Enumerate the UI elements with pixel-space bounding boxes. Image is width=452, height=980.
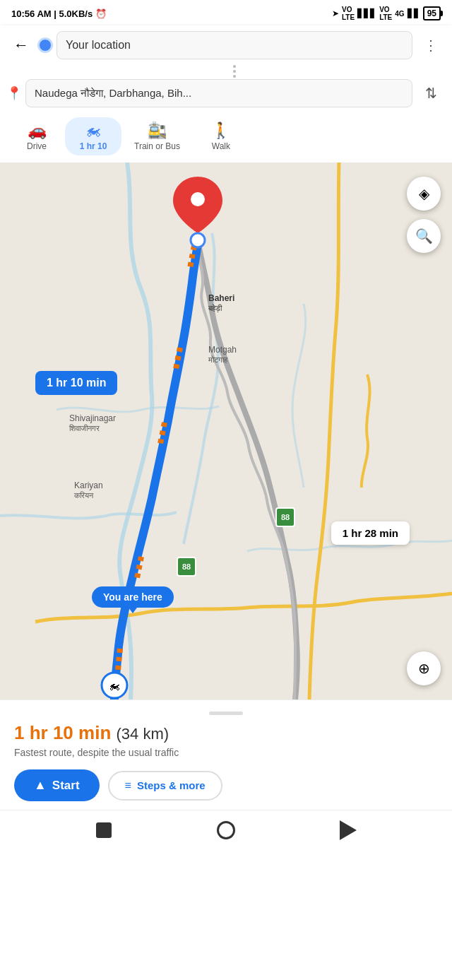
you-are-here-label: You are here: [92, 586, 174, 608]
action-buttons: ▲ Start ≡ Steps & more: [14, 769, 438, 801]
tab-transit[interactable]: 🚉 Train or Bus: [121, 117, 193, 155]
tab-walk[interactable]: 🚶 Walk: [193, 117, 249, 155]
swap-icon: ⇅: [425, 85, 437, 102]
drive-icon: 🚗: [28, 122, 47, 140]
vertical-dots-icon: ⋮: [424, 37, 439, 54]
back-arrow-icon: ←: [13, 36, 29, 54]
origin-row: ← ⋮: [8, 31, 444, 59]
battery-level: 95: [427, 8, 436, 18]
start-button[interactable]: ▲ Start: [14, 769, 100, 801]
map-svg: 🏍: [0, 163, 452, 699]
navigation-icon: ▲: [34, 778, 47, 793]
bottom-nav-bar: [0, 810, 452, 849]
bottom-panel: 1 hr 10 min (34 km) Fastest route, despi…: [0, 699, 452, 810]
steps-icon: ≡: [125, 779, 131, 792]
swap-directions-button[interactable]: ⇅: [418, 81, 444, 106]
network-speed-value: 5.0KB/s: [59, 8, 93, 19]
primary-route-time[interactable]: 1 hr 10 min: [35, 371, 117, 395]
back-button[interactable]: ←: [8, 33, 34, 58]
drag-handle[interactable]: [209, 712, 243, 715]
battery-indicator: 95: [423, 6, 441, 20]
transit-icon: 🚉: [148, 122, 167, 140]
road-sign-88-2: 88: [177, 557, 196, 577]
destination-input[interactable]: [25, 79, 412, 107]
tab-walk-label: Walk: [212, 141, 230, 151]
tab-motorcycle[interactable]: 🏍 1 hr 10: [65, 117, 121, 155]
status-bar: 10:56 AM | 5.0KB/s ⏰ ➤ VOLTE ▋▋▋ VOLTE 4…: [0, 0, 452, 25]
destination-row: 📍 ⇅: [8, 79, 444, 107]
triangle-back-icon: [340, 820, 357, 840]
tab-drive-label: Drive: [27, 141, 47, 151]
layers-icon: ◈: [419, 185, 429, 202]
svg-text:🏍: 🏍: [109, 680, 120, 692]
route-duration: 1 hr 10 min: [14, 722, 111, 743]
transport-tabs: 🚗 Drive 🏍 1 hr 10 🚉 Train or Bus 🚶 Walk: [8, 113, 444, 163]
svg-point-2: [191, 192, 205, 206]
signal-vo-icon: VOLTE: [342, 6, 355, 21]
motorcycle-icon: 🏍: [85, 122, 101, 140]
map-layers-button[interactable]: ◈: [407, 177, 441, 211]
nav-home-button[interactable]: [215, 819, 237, 842]
status-icons: ➤ VOLTE ▋▋▋ VOLTE 4G ▋▋ 95: [332, 6, 441, 21]
tab-transit-label: Train or Bus: [134, 141, 180, 151]
route-description: Fastest route, despite the usual traffic: [14, 747, 438, 758]
origin-input[interactable]: [56, 31, 412, 59]
start-label: Start: [52, 779, 80, 793]
route-connector: [8, 65, 444, 78]
my-location-button[interactable]: ⊕: [407, 651, 441, 685]
tab-drive[interactable]: 🚗 Drive: [8, 117, 65, 155]
alt-route-time[interactable]: 1 hr 28 min: [331, 521, 410, 545]
signal-bars-2: ▋▋: [408, 8, 420, 18]
signal-bars-1: ▋▋▋: [357, 8, 376, 18]
origin-dot-icon: [40, 40, 51, 51]
tab-motorcycle-label: 1 hr 10: [80, 141, 107, 151]
steps-more-button[interactable]: ≡ Steps & more: [108, 771, 222, 801]
signal-vo2-icon: VOLTE: [379, 6, 392, 21]
destination-pin-icon: 📍: [8, 88, 20, 99]
road-sign-88-1: 88: [275, 507, 295, 527]
crosshair-icon: ⊕: [418, 660, 430, 677]
steps-label: Steps & more: [137, 779, 206, 791]
route-distance-value: (34 km): [117, 725, 170, 743]
svg-point-3: [191, 233, 205, 247]
more-options-button[interactable]: ⋮: [418, 33, 444, 58]
time-display: 10:56 AM: [11, 8, 52, 19]
nav-recents-button[interactable]: [93, 819, 115, 842]
search-icon: 🔍: [415, 228, 433, 244]
square-icon: [96, 822, 112, 838]
alarm-icon: ⏰: [95, 8, 107, 19]
map-search-button[interactable]: 🔍: [407, 219, 441, 253]
status-time-network: 10:56 AM | 5.0KB/s ⏰: [11, 8, 107, 19]
walk-icon: 🚶: [211, 122, 230, 140]
signal-4g: 4G: [395, 10, 404, 18]
location-icon: ➤: [332, 8, 339, 18]
circle-icon: [217, 821, 235, 839]
nav-back-button[interactable]: [337, 819, 359, 842]
search-area: ← ⋮ 📍 ⇅ 🚗 Drive 🏍 1 hr 10 🚉 Tr: [0, 25, 452, 163]
map-view[interactable]: 🏍 Baheriबहेड़ी Motgahमोटगाह Shivajinagar…: [0, 163, 452, 699]
route-summary-time: 1 hr 10 min (34 km): [14, 722, 438, 744]
